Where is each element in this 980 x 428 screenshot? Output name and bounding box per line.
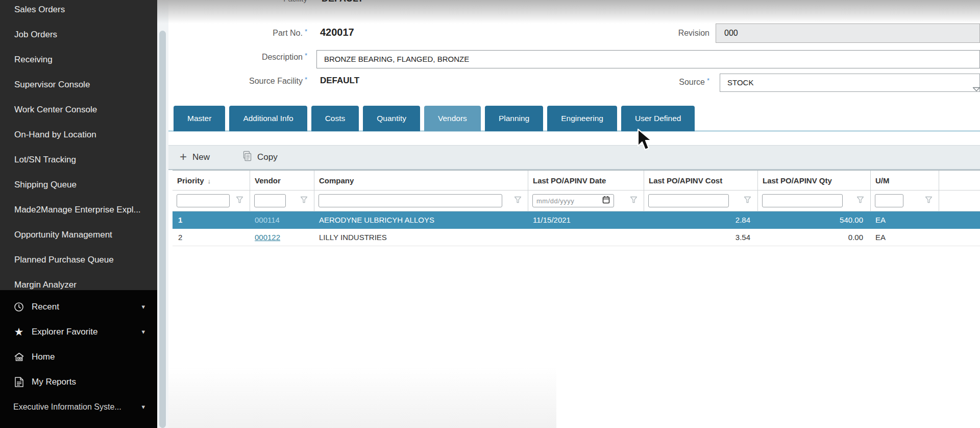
calendar-icon[interactable] <box>602 196 610 206</box>
required-marker: * <box>305 28 307 35</box>
filter-cell-date: mm/dd/yyyy <box>528 191 644 211</box>
um-filter-input[interactable] <box>875 194 903 207</box>
filter-cell-priority <box>173 191 250 211</box>
description-label: Description* <box>219 53 307 62</box>
row-um: EA <box>871 211 939 229</box>
filter-cell-vendor <box>250 191 314 211</box>
filter-funnel-icon[interactable] <box>236 196 243 205</box>
sidebar-scrollbar-thumb[interactable] <box>159 31 166 428</box>
filter-funnel-icon[interactable] <box>744 196 751 205</box>
sidebar-item-my-reports[interactable]: My Reports <box>0 369 157 394</box>
sidebar-item-job-orders[interactable]: Job Orders <box>0 22 157 47</box>
filter-funnel-icon[interactable] <box>300 196 308 205</box>
row-last-po-date: 11/15/2021 <box>528 211 644 229</box>
sidebar: Sales Orders Job Orders Receiving Superv… <box>0 0 157 428</box>
revision-label: Revision <box>633 29 709 38</box>
chevron-down-icon[interactable]: ▾ <box>141 403 145 411</box>
new-button[interactable]: + New <box>180 151 210 163</box>
plus-icon: + <box>180 151 187 163</box>
sidebar-item-receiving[interactable]: Receiving <box>0 47 157 72</box>
tab-costs[interactable]: Costs <box>311 106 359 131</box>
sidebar-item-on-hand-by-location[interactable]: On-Hand by Location <box>0 122 157 147</box>
column-header-filler <box>939 171 980 190</box>
column-header-last-po-apinv-date[interactable]: Last PO/APINV Date <box>528 171 644 190</box>
tab-user-defined[interactable]: User Defined <box>621 106 695 131</box>
tab-vendors[interactable]: Vendors <box>424 106 481 131</box>
sidebar-item-recent[interactable]: Recent ▾ <box>0 294 157 319</box>
filter-funnel-icon[interactable] <box>856 196 864 205</box>
row-company: LILLY INDUSTRIES <box>314 229 528 246</box>
sidebar-item-shipping-queue[interactable]: Shipping Queue <box>0 172 157 197</box>
sidebar-scrollbar-track[interactable] <box>157 0 168 428</box>
vendors-grid: Priority↓ Vendor Company Last PO/APINV D… <box>173 170 980 246</box>
filter-cell-company <box>314 191 528 211</box>
filter-funnel-icon[interactable] <box>630 196 638 205</box>
sidebar-item-planned-purchase-queue[interactable]: Planned Purchase Queue <box>0 247 157 272</box>
column-header-um[interactable]: U/M <box>871 171 939 190</box>
grid-filter-row: mm/dd/yyyy <box>173 191 980 211</box>
company-filter-input[interactable] <box>318 194 502 207</box>
tab-additional-info[interactable]: Additional Info <box>229 106 307 131</box>
sidebar-item-supervisor-console[interactable]: Supervisor Console <box>0 72 157 97</box>
required-marker: * <box>305 76 307 83</box>
description-field[interactable]: BRONZE BEARING, FLANGED, BRONZE <box>316 50 980 68</box>
table-row[interactable]: 2 000122 LILLY INDUSTRIES 3.54 0.00 EA <box>173 229 980 246</box>
row-last-po-cost: 2.84 <box>644 211 758 229</box>
tab-master[interactable]: Master <box>174 106 225 131</box>
column-header-last-po-apinv-cost[interactable]: Last PO/APINV Cost <box>644 171 758 190</box>
column-header-last-po-apinv-qty[interactable]: Last PO/APINV Qty <box>758 171 871 190</box>
sidebar-main-menu: Sales Orders Job Orders Receiving Superv… <box>0 0 157 297</box>
chevron-down-icon[interactable]: ▾ <box>141 328 145 336</box>
sidebar-item-label: Home <box>32 352 55 362</box>
mouse-cursor <box>637 129 654 154</box>
clock-icon <box>13 301 24 313</box>
sidebar-item-lot-sn-tracking[interactable]: Lot/SN Tracking <box>0 147 157 172</box>
part-no-value: 420017 <box>320 27 354 38</box>
column-header-company[interactable]: Company <box>314 171 528 190</box>
filter-cell-filler <box>939 191 980 211</box>
sidebar-item-opportunity-management[interactable]: Opportunity Management <box>0 222 157 247</box>
tab-quantity[interactable]: Quantity <box>363 106 420 131</box>
filter-funnel-icon[interactable] <box>925 196 933 205</box>
filter-funnel-icon[interactable] <box>514 196 522 205</box>
revision-field: 000 <box>716 23 980 43</box>
tab-engineering[interactable]: Engineering <box>547 106 617 131</box>
row-um: EA <box>871 229 939 246</box>
table-row[interactable]: 1 000114 AERODYNE ULBRICYH ALLOYS 11/15/… <box>173 211 980 229</box>
row-priority: 2 <box>173 229 250 246</box>
vendor-filter-input[interactable] <box>254 194 286 207</box>
column-header-priority[interactable]: Priority↓ <box>173 171 250 190</box>
row-last-po-qty: 540.00 <box>758 211 871 229</box>
grid-header-row: Priority↓ Vendor Company Last PO/APINV D… <box>173 170 980 191</box>
source-dropdown[interactable]: STOCK <box>720 74 980 92</box>
bottom-gradient <box>168 367 556 428</box>
sidebar-item-label: My Reports <box>32 377 76 387</box>
filter-cell-qty <box>758 191 871 211</box>
chevron-down-icon[interactable]: ▾ <box>141 303 145 311</box>
priority-filter-input[interactable] <box>177 194 230 207</box>
part-no-label: Part No.* <box>219 29 307 38</box>
copy-icon <box>241 151 252 164</box>
cost-filter-input[interactable] <box>648 194 729 207</box>
row-last-po-qty: 0.00 <box>758 229 871 246</box>
date-filter-input[interactable]: mm/dd/yyyy <box>532 194 614 207</box>
sidebar-item-work-center-console[interactable]: Work Center Console <box>0 97 157 122</box>
copy-button[interactable]: Copy <box>241 151 278 164</box>
vendor-link[interactable]: 000114 <box>255 216 280 224</box>
sidebar-item-explorer-favorite[interactable]: ★ Explorer Favorite ▾ <box>0 319 157 344</box>
column-header-vendor[interactable]: Vendor <box>250 171 314 190</box>
qty-filter-input[interactable] <box>762 194 843 207</box>
part-maintenance-screen: Sales Orders Job Orders Receiving Superv… <box>0 0 980 428</box>
required-marker: * <box>305 52 307 59</box>
vendor-link[interactable]: 000122 <box>255 233 280 242</box>
sidebar-item-m2m-enterprise-explorer[interactable]: Made2Manage Enterprise Expl... <box>0 197 157 222</box>
sidebar-item-sales-orders[interactable]: Sales Orders <box>0 0 157 22</box>
tab-bar: Master Additional Info Costs Quantity Ve… <box>174 106 695 131</box>
grid-toolbar: + New Copy <box>168 145 980 170</box>
sidebar-item-label: Executive Information Syste... <box>13 402 121 412</box>
header-shadow <box>157 0 980 23</box>
star-icon: ★ <box>13 326 24 338</box>
sidebar-item-executive-information-system[interactable]: Executive Information Syste... ▾ <box>0 394 157 419</box>
sidebar-item-home[interactable]: Home <box>0 344 157 369</box>
tab-planning[interactable]: Planning <box>485 106 543 131</box>
